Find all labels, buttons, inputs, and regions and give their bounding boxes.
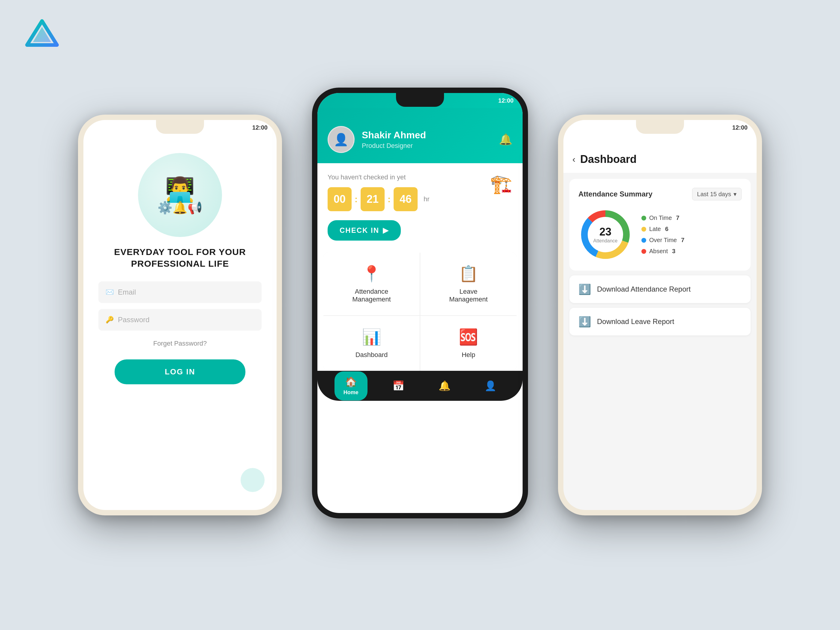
dashboard-title: Dashboard bbox=[580, 153, 636, 166]
phones-row: 12:00 👨‍💻 ⚙️🔔📢 EVERYDAY TOOL FOR YOUR PR… bbox=[78, 99, 762, 531]
login-button[interactable]: LOG IN bbox=[115, 359, 245, 384]
time-hours: 00 bbox=[328, 187, 352, 211]
login-content: 👨‍💻 ⚙️🔔📢 EVERYDAY TOOL FOR YOUR PROFESSI… bbox=[84, 135, 276, 396]
login-screen: 12:00 👨‍💻 ⚙️🔔📢 EVERYDAY TOOL FOR YOUR PR… bbox=[84, 120, 276, 510]
profile-info: Shakir Ahmed Product Designer bbox=[362, 129, 426, 150]
leave-label: LeaveManagement bbox=[449, 288, 488, 303]
forget-password-link[interactable]: Forget Password? bbox=[98, 339, 262, 347]
download-attendance-label: Download Attendance Report bbox=[597, 285, 691, 294]
bell-icon[interactable]: 🔔 bbox=[499, 133, 512, 146]
calendar-nav-icon: 📅 bbox=[392, 380, 404, 392]
dashboard-icon: 📊 bbox=[362, 328, 381, 346]
checkin-illustration: 🏗️ bbox=[490, 174, 512, 195]
download-leave-label: Download Leave Report bbox=[597, 317, 674, 326]
time-minutes: 21 bbox=[361, 187, 385, 211]
chevron-down-icon: ▾ bbox=[734, 191, 736, 198]
dashboard-label: Dashboard bbox=[355, 351, 388, 359]
home-nav-icon: 🏠 bbox=[345, 376, 357, 388]
summary-title: Attendance Summary bbox=[578, 190, 652, 198]
checkin-prompt: You haven't checked in yet bbox=[328, 174, 429, 181]
bell-nav-icon: 🔔 bbox=[439, 380, 451, 392]
legend: On Time 7 Late 6 Over Time bbox=[641, 215, 684, 255]
profile-nav-icon: 👤 bbox=[485, 380, 496, 392]
checkin-button[interactable]: CHECK IN ▶ bbox=[328, 220, 401, 241]
email-field-container[interactable]: ✉️ Email bbox=[98, 281, 262, 303]
menu-item-dashboard[interactable]: 📊 Dashboard bbox=[324, 316, 420, 371]
menu-item-leave[interactable]: 📋 LeaveManagement bbox=[420, 253, 516, 315]
time-unit: hr bbox=[423, 195, 429, 203]
period-dropdown[interactable]: Last 15 days ▾ bbox=[692, 188, 742, 201]
download-attendance-button[interactable]: ⬇️ Download Attendance Report bbox=[569, 275, 751, 303]
time-display: 00 : 21 : 46 hr bbox=[328, 187, 429, 211]
nav-home[interactable]: 🏠 Home bbox=[335, 371, 368, 401]
email-icon: ✉️ bbox=[106, 288, 114, 296]
nav-calendar[interactable]: 📅 bbox=[384, 375, 414, 396]
password-icon: 🔑 bbox=[106, 316, 114, 324]
donut-number: 23 bbox=[594, 226, 618, 238]
deco-circle bbox=[241, 468, 265, 492]
notch-home bbox=[396, 93, 444, 107]
nav-bell[interactable]: 🔔 bbox=[429, 375, 459, 396]
email-placeholder: Email bbox=[118, 288, 136, 297]
absent-label: Absent bbox=[649, 248, 668, 255]
on-time-label: On Time bbox=[649, 215, 672, 221]
phone-login: 12:00 👨‍💻 ⚙️🔔📢 EVERYDAY TOOL FOR YOUR PR… bbox=[78, 115, 282, 515]
back-button[interactable]: ‹ bbox=[572, 154, 575, 164]
app-logo bbox=[24, 18, 60, 49]
status-time-dash: 12:00 bbox=[732, 124, 748, 131]
summary-header: Attendance Summary Last 15 days ▾ bbox=[578, 188, 742, 201]
menu-item-attendance[interactable]: 📍 AttendanceManagement bbox=[324, 253, 420, 315]
overtime-value: 7 bbox=[681, 237, 684, 243]
attendance-label: AttendanceManagement bbox=[352, 288, 391, 303]
legend-on-time: On Time 7 bbox=[641, 215, 684, 221]
status-time-login: 12:00 bbox=[252, 124, 268, 131]
profile-header: 👤 Shakir Ahmed Product Designer 🔔 bbox=[317, 108, 523, 163]
late-value: 6 bbox=[665, 226, 668, 232]
phone-dashboard: 12:00 ‹ Dashboard Attendance Summary Las… bbox=[558, 115, 762, 515]
donut-chart: 23 Attendance bbox=[578, 208, 632, 262]
absent-value: 3 bbox=[672, 248, 675, 255]
download-leave-icon: ⬇️ bbox=[578, 316, 591, 328]
dashboard-header: ‹ Dashboard bbox=[564, 135, 756, 173]
password-placeholder: Password bbox=[118, 316, 149, 324]
summary-body: 23 Attendance On Time 7 bbox=[578, 208, 742, 262]
login-tagline: EVERYDAY TOOL FOR YOUR PROFESSIONAL LIFE bbox=[98, 246, 262, 269]
absent-dot bbox=[641, 249, 646, 254]
on-time-dot bbox=[641, 216, 646, 221]
avatar: 👤 bbox=[328, 126, 355, 153]
user-role: Product Designer bbox=[362, 142, 426, 150]
nav-profile[interactable]: 👤 bbox=[475, 375, 505, 396]
notch-dashboard bbox=[636, 120, 684, 134]
overtime-label: Over Time bbox=[649, 237, 677, 243]
download-attendance-icon: ⬇️ bbox=[578, 283, 591, 295]
download-leave-button[interactable]: ⬇️ Download Leave Report bbox=[569, 308, 751, 335]
help-label: Help bbox=[462, 351, 475, 359]
late-dot bbox=[641, 227, 646, 232]
period-label: Last 15 days bbox=[697, 191, 731, 198]
phone-home: 12:00 👤 Shakir Ahmed Product Designer 🔔 … bbox=[312, 88, 528, 518]
checkin-section: You haven't checked in yet 00 : 21 : 46 … bbox=[317, 163, 523, 246]
time-sep-1: : bbox=[355, 194, 358, 204]
legend-late: Late 6 bbox=[641, 226, 684, 232]
checkin-arrow-icon: ▶ bbox=[383, 226, 389, 235]
login-illustration: 👨‍💻 ⚙️🔔📢 bbox=[138, 153, 222, 237]
menu-item-help[interactable]: 🆘 Help bbox=[420, 316, 516, 371]
time-sep-2: : bbox=[388, 194, 391, 204]
menu-grid: 📍 AttendanceManagement 📋 LeaveManagement… bbox=[324, 253, 516, 371]
attendance-summary-card: Attendance Summary Last 15 days ▾ bbox=[569, 179, 751, 271]
password-field-container[interactable]: 🔑 Password bbox=[98, 309, 262, 331]
attendance-icon: 📍 bbox=[362, 265, 381, 283]
status-time-home: 12:00 bbox=[498, 97, 513, 104]
user-name: Shakir Ahmed bbox=[362, 129, 426, 141]
notch-login bbox=[156, 120, 204, 134]
bottom-nav: 🏠 Home 📅 🔔 👤 bbox=[317, 371, 523, 401]
late-label: Late bbox=[649, 226, 661, 232]
time-seconds: 46 bbox=[393, 187, 418, 211]
legend-absent: Absent 3 bbox=[641, 248, 684, 255]
legend-overtime: Over Time 7 bbox=[641, 237, 684, 243]
on-time-value: 7 bbox=[676, 215, 679, 221]
home-screen: 12:00 👤 Shakir Ahmed Product Designer 🔔 … bbox=[317, 93, 523, 513]
dashboard-screen: 12:00 ‹ Dashboard Attendance Summary Las… bbox=[564, 120, 756, 510]
dashboard-inner: 12:00 ‹ Dashboard Attendance Summary Las… bbox=[564, 120, 756, 510]
help-icon: 🆘 bbox=[459, 328, 478, 346]
